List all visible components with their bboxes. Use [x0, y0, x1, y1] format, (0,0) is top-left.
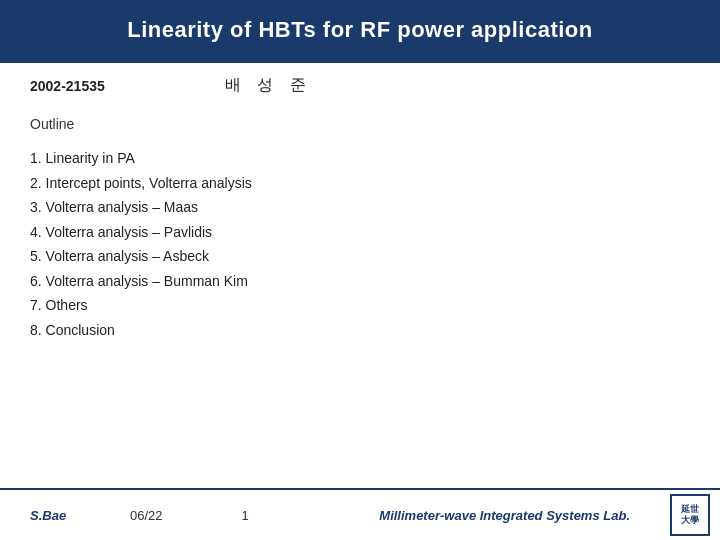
list-item: 6. Volterra analysis – Bumman Kim: [30, 269, 690, 294]
footer-page: 1: [230, 508, 260, 523]
outline-list: 1. Linearity in PA2. Intercept points, V…: [30, 146, 690, 342]
list-item: 8. Conclusion: [30, 318, 690, 343]
content-area: 2002-21535 배 성 준 Outline 1. Linearity in…: [30, 63, 690, 490]
list-item: 3. Volterra analysis – Maas: [30, 195, 690, 220]
logo-box: 延世大學: [670, 494, 710, 536]
list-item: 4. Volterra analysis – Pavlidis: [30, 220, 690, 245]
slide: Linearity of HBTs for RF power applicati…: [0, 0, 720, 540]
list-item: 7. Others: [30, 293, 690, 318]
meta-row: 2002-21535 배 성 준: [30, 75, 690, 96]
header-bar: Linearity of HBTs for RF power applicati…: [0, 0, 720, 60]
list-item: 1. Linearity in PA: [30, 146, 690, 171]
student-id: 2002-21535: [30, 78, 105, 94]
logo-text: 延世大學: [681, 504, 699, 526]
footer-slide-info: 06/22: [130, 508, 190, 523]
footer-author: S.Bae: [30, 508, 110, 523]
footer-lab: Millimeter-wave Integrated Systems Lab.: [379, 508, 630, 523]
footer: S.Bae 06/22 1 Millimeter-wave Integrated…: [0, 490, 720, 540]
slide-title: Linearity of HBTs for RF power applicati…: [127, 17, 593, 43]
student-name: 배 성 준: [225, 75, 312, 96]
outline-label: Outline: [30, 116, 690, 132]
list-item: 5. Volterra analysis – Asbeck: [30, 244, 690, 269]
list-item: 2. Intercept points, Volterra analysis: [30, 171, 690, 196]
